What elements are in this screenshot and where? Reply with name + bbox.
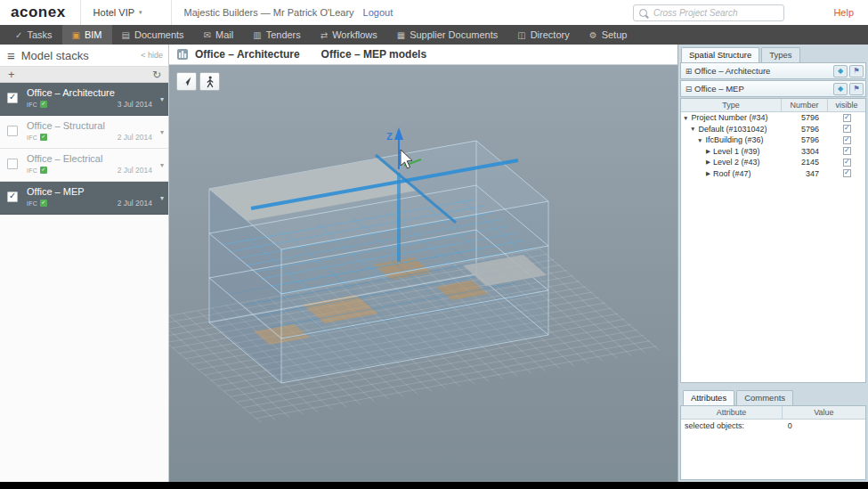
nav-label: Tenders — [266, 29, 301, 40]
nav-label: Mail — [215, 29, 233, 40]
model-format: IFC — [27, 102, 37, 108]
chevron-down-icon[interactable] — [160, 161, 164, 169]
viewport-title-primary: Office – Architecture — [195, 48, 300, 61]
twisty-open-icon[interactable] — [697, 137, 702, 143]
model-3d-canvas[interactable]: Z — [169, 64, 677, 482]
viewport: Office – Architecture Office – MEP model… — [169, 45, 677, 482]
tab-comments[interactable]: Comments — [736, 390, 793, 405]
model-item-mep[interactable]: Office – MEP IFC 2 Jul 2014 — [0, 182, 168, 215]
nav-tab-tenders[interactable]: ▥Tenders — [243, 25, 311, 45]
supplier-grid-icon: ▦ — [397, 30, 405, 40]
column-type[interactable]: Type — [681, 99, 782, 111]
model-stacks-panel: ≡ Model stacks < hide + ↻ Office – Archi… — [0, 45, 169, 482]
tree-row[interactable]: Level 2 (#43) 2145 — [681, 157, 865, 168]
nav-tab-workflows[interactable]: ⇄Workflows — [311, 25, 387, 45]
walk-mode-button[interactable] — [199, 72, 220, 91]
column-number[interactable]: Number — [782, 99, 828, 111]
model-icon — [176, 48, 189, 61]
flag-icon[interactable]: ⚑ — [849, 83, 864, 95]
main-nav: ✓Tasks ▣BIM ▤Documents ✉Mail ▥Tenders ⇄W… — [0, 25, 868, 45]
cross-project-search[interactable] — [633, 4, 784, 21]
nav-label: Supplier Documents — [410, 29, 498, 40]
tree-row[interactable]: Level 1 (#39) 3304 — [681, 146, 865, 158]
expand-icon[interactable]: ⊞ — [683, 67, 694, 76]
nav-tab-directory[interactable]: ◫Directory — [507, 25, 579, 45]
panel-title: Model stacks — [21, 49, 89, 62]
twisty-closed-icon[interactable] — [706, 159, 710, 166]
gear-icon: ⚙ — [589, 30, 597, 40]
model-checkbox[interactable] — [7, 159, 18, 169]
fly-navigate-button[interactable] — [176, 72, 197, 91]
model-item-architecture[interactable]: Office – Architecture IFC 3 Jul 2014 — [0, 83, 168, 116]
visibility-checkbox[interactable] — [843, 159, 851, 167]
nav-tab-bim[interactable]: ▣BIM — [62, 25, 112, 45]
tree-row[interactable]: Roof (#47) 347 — [681, 168, 865, 180]
model-name: Office – Structural — [27, 120, 154, 131]
nav-tab-supplier-documents[interactable]: ▦Supplier Documents — [387, 25, 508, 45]
spatial-tree: Type Number visible Project Number (#34)… — [680, 98, 866, 383]
chevron-down-icon[interactable] — [160, 194, 164, 202]
nav-label: Workflows — [332, 29, 377, 40]
model-name: Office – Electrical — [27, 153, 154, 164]
attribute-value: 0 — [783, 421, 865, 430]
node-count: 5796 — [782, 113, 828, 122]
workflow-icon: ⇄ — [320, 30, 328, 40]
model-item-structural[interactable]: Office – Structural IFC 2 Jul 2014 — [0, 116, 168, 149]
tab-spatial-structure[interactable]: Spatial Structure — [681, 47, 759, 62]
nav-tab-tasks[interactable]: ✓Tasks — [5, 25, 62, 45]
chevron-down-icon[interactable] — [160, 95, 164, 103]
target-icon[interactable]: ◆ — [833, 83, 848, 95]
collapse-icon[interactable]: ⊟ — [683, 85, 694, 94]
nav-tab-setup[interactable]: ⚙Setup — [580, 25, 637, 45]
visibility-checkbox[interactable] — [843, 125, 851, 133]
spatial-tabs: Spatial Structure Types — [678, 45, 868, 62]
target-icon[interactable]: ◆ — [833, 65, 848, 77]
group-header-mep[interactable]: ⊟ Office – MEP ◆ ⚑ — [680, 80, 866, 97]
hide-panel-link[interactable]: < hide — [141, 51, 168, 60]
nav-label: BIM — [85, 29, 102, 40]
model-checkbox[interactable] — [7, 126, 18, 136]
add-model-button[interactable]: + — [0, 69, 23, 80]
search-input[interactable] — [652, 7, 780, 19]
column-visible[interactable]: visible — [828, 99, 865, 111]
ifc-status-icon — [40, 101, 47, 108]
nav-tab-mail[interactable]: ✉Mail — [194, 25, 244, 45]
visibility-checkbox[interactable] — [843, 114, 851, 122]
tree-row[interactable]: Default (#1031042) 5796 — [681, 124, 865, 135]
group-header-architecture[interactable]: ⊞ Office – Architecture ◆ ⚑ — [680, 62, 866, 79]
model-format: IFC — [27, 200, 37, 207]
check-icon: ✓ — [15, 30, 22, 40]
flag-icon[interactable]: ⚑ — [849, 65, 864, 77]
refresh-icon[interactable]: ↻ — [152, 69, 168, 80]
model-item-electrical[interactable]: Office – Electrical IFC 2 Jul 2014 — [0, 149, 168, 182]
logout-link[interactable]: Logout — [363, 7, 393, 18]
twisty-open-icon[interactable] — [690, 126, 695, 132]
node-label: Project Number (#34) — [691, 113, 767, 122]
node-label: Level 1 (#39) — [713, 147, 760, 156]
chevron-down-icon[interactable] — [160, 128, 164, 136]
menu-icon[interactable]: ≡ — [0, 49, 21, 62]
visibility-checkbox[interactable] — [843, 169, 851, 177]
visibility-checkbox[interactable] — [843, 147, 851, 155]
tab-attributes[interactable]: Attributes — [683, 390, 734, 405]
model-checkbox[interactable] — [7, 192, 18, 202]
twisty-closed-icon[interactable] — [706, 148, 710, 155]
tree-row[interactable]: IfcBuilding (#36) 5796 — [681, 134, 865, 146]
nav-label: Directory — [531, 29, 570, 40]
node-count: 5796 — [782, 125, 828, 134]
visibility-checkbox[interactable] — [843, 136, 851, 144]
tree-header: Type Number visible — [681, 99, 865, 112]
twisty-closed-icon[interactable] — [706, 170, 710, 177]
content-area: ≡ Model stacks < hide + ↻ Office – Archi… — [0, 45, 868, 482]
twisty-open-icon[interactable] — [683, 115, 688, 121]
model-checkbox[interactable] — [7, 93, 18, 103]
help-link[interactable]: Help — [833, 7, 854, 18]
sidebar-empty-space — [0, 215, 168, 482]
column-attribute: Attribute — [681, 406, 783, 419]
aconex-app: aconex Hotel VIP ▾ Majestic Builders — M… — [0, 0, 868, 482]
project-selector[interactable]: Hotel VIP ▾ — [80, 0, 155, 25]
tab-types[interactable]: Types — [761, 47, 799, 62]
tree-row[interactable]: Project Number (#34) 5796 — [681, 112, 865, 124]
node-label: IfcBuilding (#36) — [705, 135, 763, 144]
nav-tab-documents[interactable]: ▤Documents — [112, 25, 194, 45]
